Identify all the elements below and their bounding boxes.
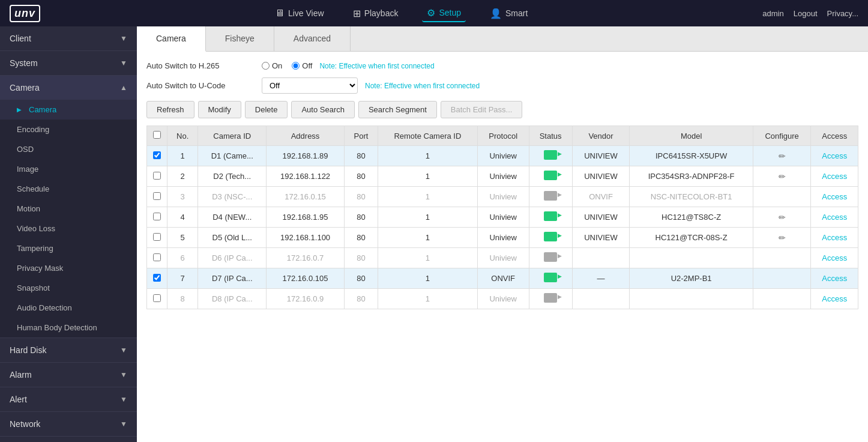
status-online-icon (544, 171, 557, 180)
auto-switch-h265-label: Auto Switch to H.265 (146, 61, 255, 70)
configure-edit-icon[interactable]: ✏ (779, 213, 786, 222)
sidebar-item-human-body-detection[interactable]: Human Body Detection (0, 318, 137, 338)
sidebar-item-audio-detection[interactable]: Audio Detection (0, 298, 137, 318)
sidebar-hard-disk-header[interactable]: Hard Disk ▼ (0, 338, 137, 362)
nav-playback[interactable]: ⊞ Playback (348, 5, 403, 22)
tab-fisheye[interactable]: Fisheye (206, 26, 274, 51)
auto-search-button[interactable]: Auto Search (291, 101, 355, 118)
sidebar-schedule-label: Schedule (17, 184, 49, 193)
sidebar-camera-header[interactable]: Camera ▲ (0, 76, 137, 100)
sidebar-alarm-header[interactable]: Alarm ▼ (0, 363, 137, 387)
nav-smart[interactable]: 👤 Smart (485, 5, 532, 22)
access-link[interactable]: Access (822, 151, 847, 160)
access-link[interactable]: Access (822, 253, 847, 262)
sidebar-item-image[interactable]: Image (0, 159, 137, 179)
access-link[interactable]: Access (822, 213, 847, 222)
logout-button[interactable]: Logout (794, 9, 818, 18)
configure-edit-icon[interactable]: ✏ (779, 233, 786, 243)
sidebar-encoding-label: Encoding (17, 125, 49, 134)
sidebar-section-hard-disk: Hard Disk ▼ (0, 338, 137, 363)
nav-smart-label: Smart (505, 8, 528, 18)
sidebar-platform-header[interactable]: Platform ▼ (0, 437, 137, 442)
refresh-button[interactable]: Refresh (146, 101, 194, 118)
sidebar-system-label: System (10, 58, 38, 68)
sidebar-client-header[interactable]: Client ▼ (0, 26, 137, 50)
row-checkbox[interactable] (153, 274, 161, 282)
modify-button[interactable]: Modify (198, 101, 241, 118)
row-access: Access (811, 248, 858, 268)
sidebar-item-osd[interactable]: OSD (0, 139, 137, 159)
access-link[interactable]: Access (822, 172, 847, 181)
tab-camera[interactable]: Camera (137, 26, 206, 52)
sidebar-item-schedule[interactable]: Schedule (0, 179, 137, 199)
nav-live-view[interactable]: 🖥 Live View (270, 5, 329, 21)
row-access: Access (811, 228, 858, 248)
username: admin (762, 9, 783, 18)
row-camera-id: D7 (IP Ca... (198, 268, 267, 289)
row-checkbox[interactable] (153, 151, 161, 159)
row-model: IPC354SR3-ADNPF28-F (630, 166, 753, 187)
batch-edit-button[interactable]: Batch Edit Pass... (441, 101, 523, 118)
h265-on-option[interactable]: On (262, 61, 282, 70)
access-link[interactable]: Access (822, 274, 847, 283)
sidebar-image-label: Image (17, 165, 38, 174)
status-online-icon (544, 273, 557, 282)
access-link[interactable]: Access (822, 192, 847, 201)
row-camera-id: D3 (NSC-... (198, 187, 267, 207)
nav-setup-label: Setup (439, 8, 461, 17)
row-checkbox[interactable] (153, 233, 161, 241)
row-port: 80 (344, 187, 378, 207)
table-header: No. Camera ID Address Port Remote Camera… (147, 126, 858, 146)
sidebar-alert-header[interactable]: Alert ▼ (0, 387, 137, 411)
camera-table-body: 1 D1 (Came... 192.168.1.89 80 1 Uniview … (147, 146, 858, 309)
h265-note: Note: Effective when first connected (319, 62, 434, 70)
row-remote-id: 1 (378, 166, 477, 187)
sidebar-item-motion[interactable]: Motion (0, 199, 137, 219)
sidebar-item-encoding[interactable]: Encoding (0, 120, 137, 139)
select-all-checkbox[interactable] (153, 131, 161, 139)
access-link[interactable]: Access (822, 294, 847, 303)
h265-off-option[interactable]: Off (292, 61, 312, 70)
configure-edit-icon[interactable]: ✏ (779, 172, 786, 181)
h265-off-radio[interactable] (292, 62, 300, 70)
row-checkbox[interactable] (153, 192, 161, 200)
nav-live-view-label: Live View (288, 8, 324, 18)
row-checkbox[interactable] (153, 172, 161, 180)
sidebar-network-label: Network (10, 419, 40, 429)
sidebar-item-camera[interactable]: Camera (0, 100, 137, 120)
row-address: 192.168.1.95 (267, 207, 345, 228)
row-checkbox[interactable] (153, 213, 161, 220)
privacy-button[interactable]: Privacy... (827, 9, 859, 18)
sidebar-item-tampering[interactable]: Tampering (0, 238, 137, 258)
row-port: 80 (344, 289, 378, 309)
row-checkbox-cell (147, 187, 167, 207)
row-access: Access (811, 166, 858, 187)
h265-on-radio[interactable] (262, 62, 270, 70)
sidebar-item-privacy-mask[interactable]: Privacy Mask (0, 258, 137, 278)
nav-setup[interactable]: ⚙ Setup (422, 5, 466, 22)
row-protocol: ONVIF (477, 268, 529, 289)
row-checkbox[interactable] (153, 253, 161, 261)
sidebar-item-snapshot[interactable]: Snapshot (0, 278, 137, 298)
th-checkbox (147, 126, 167, 146)
th-address: Address (267, 126, 345, 146)
search-segment-button[interactable]: Search Segment (358, 101, 437, 118)
row-address: 192.168.1.100 (267, 228, 345, 248)
delete-button[interactable]: Delete (245, 101, 288, 118)
configure-edit-icon[interactable]: ✏ (779, 151, 786, 161)
sidebar-section-network: Network ▼ (0, 412, 137, 437)
access-link[interactable]: Access (822, 233, 847, 242)
sidebar-item-video-loss[interactable]: Video Loss (0, 219, 137, 238)
sidebar-network-header[interactable]: Network ▼ (0, 412, 137, 436)
chevron-up-icon: ▲ (120, 83, 127, 92)
auto-switch-ucode-label: Auto Switch to U-Code (146, 81, 255, 90)
th-configure: Configure (753, 126, 811, 146)
ucode-dropdown[interactable]: Off On (262, 77, 358, 94)
sidebar-system-header[interactable]: System ▼ (0, 51, 137, 75)
row-model (630, 248, 753, 268)
nav-playback-label: Playback (364, 8, 399, 18)
playback-icon: ⊞ (353, 8, 361, 19)
row-protocol: Uniview (477, 187, 529, 207)
tab-advanced[interactable]: Advanced (274, 26, 351, 51)
row-checkbox[interactable] (153, 294, 161, 302)
